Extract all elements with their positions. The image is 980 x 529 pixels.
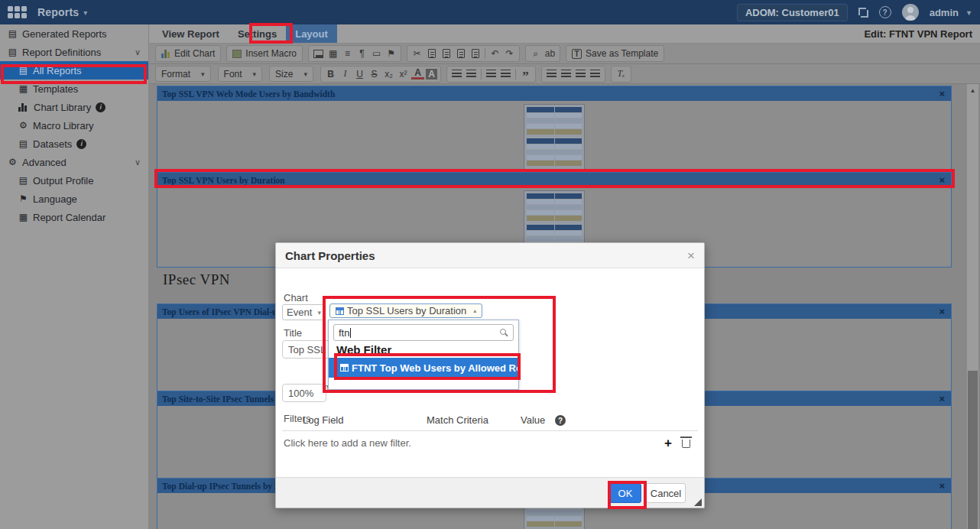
blockquote-icon[interactable]: ” [519,68,532,80]
delete-filter-icon[interactable] [682,440,690,448]
outdent-icon[interactable] [485,68,498,80]
thumbnail-table [527,138,582,166]
selected-chart-tag[interactable]: Top SSL Users by Duration ▴ [329,303,482,318]
sidebar-item-label: Generated Reports [22,28,107,40]
thumbnail-row [527,124,582,128]
size-select[interactable]: Size▾ [269,66,313,82]
tab-view-report[interactable]: View Report [153,24,229,43]
align-justify-icon[interactable] [589,68,602,80]
save-as-template-button[interactable]: TSave as Template [566,45,664,62]
find-icon[interactable]: ⌕ [529,47,542,60]
close-icon[interactable]: × [939,304,945,319]
cut-icon[interactable]: ✂ [410,47,423,60]
close-icon[interactable]: × [939,173,945,187]
bullet-list-icon[interactable] [465,68,478,80]
sidebar-item-chart-library[interactable]: Chart Libraryi [0,98,148,116]
flag-icon[interactable]: ⚑ [385,47,398,60]
remove-format-icon[interactable]: Tₓ [615,68,628,80]
toolbar-group [541,66,605,83]
format-select-value: Format [161,69,190,80]
paste-word-icon[interactable] [469,47,482,60]
dialog-header[interactable]: Chart Properties × [276,243,704,268]
sidebar-item-output-profile[interactable]: ▤Output Profile [0,171,148,190]
indent-icon[interactable] [499,68,512,80]
insert-macro-button-label: Insert Macro [245,48,297,59]
sidebar-item-macro-library[interactable]: ⚙Macro Library [0,116,148,135]
sidebar-item-templates[interactable]: ▦Templates [0,80,148,98]
help-icon[interactable]: ? [879,6,891,18]
numbered-list-icon[interactable] [450,68,463,80]
underline-icon[interactable]: U [353,68,366,80]
close-icon[interactable]: × [687,249,695,262]
sidebar-item-report-calendar[interactable]: ▦Report Calendar [0,208,148,226]
chevron-down-icon: ▾ [83,8,87,17]
insert-table-icon[interactable]: ▦ [326,47,339,60]
close-icon[interactable]: × [939,391,945,406]
close-icon[interactable]: × [939,86,945,101]
paste-icon[interactable] [440,47,453,60]
superscript-icon[interactable]: x² [397,68,410,80]
info-icon: i [76,139,86,149]
thumbnail-row [527,225,582,230]
text-cursor [350,328,351,338]
templates-icon: ▦ [17,83,30,94]
sidebar-item-generated-reports[interactable]: ▤Generated Reports [0,24,148,43]
insert-image-icon[interactable] [312,47,325,60]
user-menu[interactable]: admin ▾ [930,7,971,18]
align-left-icon[interactable] [545,68,558,80]
undo-icon[interactable]: ↶ [488,47,501,60]
sidebar-item-datasets[interactable]: ▤Datasetsi [0,135,148,153]
font-select[interactable]: Font▾ [218,66,263,82]
add-filter-icon[interactable]: + [664,436,672,451]
strikethrough-icon[interactable]: S [368,68,381,80]
save-as-template-button-label: Save as Template [586,48,658,59]
sidebar-item-all-reports[interactable]: ▤All Reports [0,61,148,80]
bg-color-icon[interactable]: A [426,69,437,80]
avatar[interactable] [902,4,919,21]
product-menu[interactable]: Reports [37,6,79,18]
insert-macro-button[interactable]: Insert Macro [226,45,303,62]
paste-text-icon[interactable] [454,47,467,60]
align-center-icon[interactable] [560,68,573,80]
chart-block-header[interactable]: Top SSL VPN Web Mode Users by Bandwidth× [157,86,951,101]
format-select[interactable]: Format▾ [155,66,211,82]
chart-category-select[interactable]: Event ▾ [282,304,326,320]
chart-width-input[interactable] [282,384,326,402]
resize-handle[interactable] [694,498,702,506]
chevron-down-icon: ∨ [135,47,141,57]
scrollbar[interactable]: ▲ [966,84,978,529]
sidebar-item-advanced[interactable]: ⚙Advanced∨ [0,153,148,171]
chart-block-title: Top Users of IPsec VPN Dial-up [157,307,282,316]
thumbnail-row [527,144,582,149]
chart-block-header[interactable]: Top SSL VPN Users by Duration× [157,173,951,187]
replace-icon[interactable]: ab [544,47,557,60]
cancel-button[interactable]: Cancel [646,483,686,503]
scrollbar-up-icon[interactable]: ▲ [967,84,978,96]
text-color-icon[interactable]: A [411,69,424,80]
subscript-icon[interactable]: x₂ [382,68,395,80]
fullscreen-icon[interactable] [858,8,868,18]
dropdown-item-ftnt-top-web-users[interactable]: FTNT Top Web Users by Allowed Requests [329,358,518,378]
page-break-icon[interactable]: ¶ [355,47,368,60]
copy-icon[interactable] [425,47,438,60]
tab-bar: View ReportSettingsLayout [149,24,980,44]
redo-icon[interactable]: ↷ [503,47,516,60]
horizontal-line-icon[interactable]: ≡ [341,47,354,60]
tab-settings[interactable]: Settings [229,24,286,43]
add-filter-link[interactable]: Click here to add a new filter. [284,437,411,449]
align-right-icon[interactable] [574,68,587,80]
insert-ellipse-icon[interactable]: ▭ [370,47,383,60]
sidebar-item-language[interactable]: ⚑Language [0,190,148,208]
tab-layout[interactable]: Layout [286,24,337,43]
bold-icon[interactable]: B [324,68,337,80]
chart-search-dropdown: ftn Web Filter FTNT Top Web Users by All… [328,320,519,390]
edit-chart-button[interactable]: Edit Chart [155,45,221,62]
adom-badge[interactable]: ADOM: Customer01 [737,4,848,21]
italic-icon[interactable]: I [339,68,352,80]
sidebar-item-report-definitions[interactable]: ▤Report Definitions∨ [0,43,148,61]
sidebar: ▤Generated Reports▤Report Definitions∨▤A… [0,24,149,529]
chart-search-input[interactable]: ftn [333,324,514,341]
ok-button[interactable]: OK [609,483,641,503]
close-icon[interactable]: × [939,479,945,493]
scrollbar-thumb[interactable] [968,371,978,529]
